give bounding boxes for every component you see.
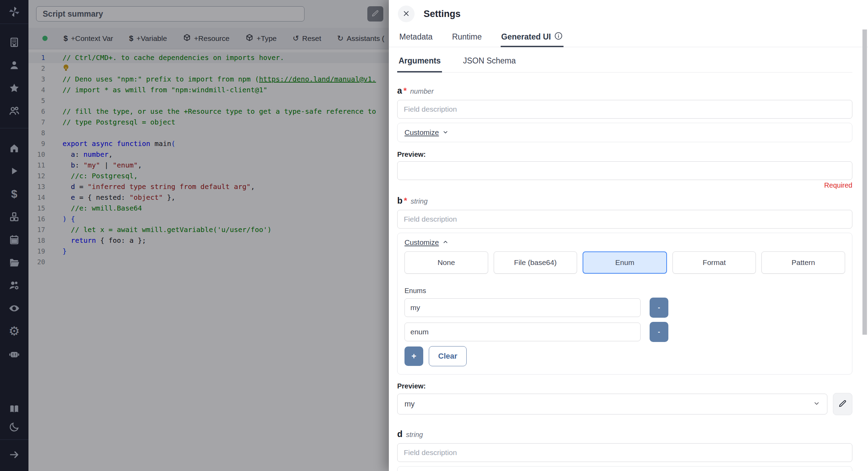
field-a-required-asterisk: *	[403, 86, 407, 96]
chevron-down-icon	[813, 400, 820, 408]
close-button[interactable]	[398, 6, 415, 22]
close-icon	[403, 10, 410, 18]
enum-rows: --	[404, 298, 845, 342]
chevron-down-icon	[442, 129, 449, 136]
subtab-json-schema[interactable]: JSON Schema	[461, 56, 517, 72]
remove-enum-button[interactable]: -	[650, 322, 668, 342]
field-b-type: string	[411, 197, 428, 205]
field-b-customize-box: Customize NoneFile (base64)EnumFormatPat…	[397, 233, 852, 375]
settings-tabs: MetadataRuntimeGenerated UI	[389, 28, 868, 47]
field-a-customize-toggle[interactable]: Customize	[404, 128, 449, 137]
field-b-preview-select[interactable]: my	[397, 394, 827, 414]
tab-generated-ui[interactable]: Generated UI	[501, 28, 564, 47]
drawer-backdrop[interactable]	[0, 0, 389, 471]
customize-option-format[interactable]: Format	[673, 251, 756, 274]
tab-runtime[interactable]: Runtime	[451, 28, 483, 47]
field-a-type: number	[410, 87, 434, 95]
field-a-required-error: Required	[397, 181, 852, 189]
customize-option-file-base64[interactable]: File (base64)	[494, 251, 577, 274]
field-a-customize-box: Customize	[397, 123, 852, 142]
field-a-description-input[interactable]	[397, 100, 852, 119]
settings-content: ArgumentsJSON Schema a * number Customiz…	[389, 47, 868, 471]
remove-enum-button[interactable]: -	[650, 298, 668, 318]
field-b-preview-row: my	[397, 393, 852, 415]
enums-label: Enums	[404, 287, 845, 295]
chevron-up-icon	[442, 239, 449, 246]
field-b-description-input[interactable]	[397, 210, 852, 229]
windmill-script-editor: $ ⚙	[0, 0, 868, 471]
field-b-preview-label: Preview:	[397, 382, 852, 390]
customize-option-enum[interactable]: Enum	[583, 251, 667, 274]
field-b-required-asterisk: *	[404, 196, 407, 206]
field-d-type: string	[406, 431, 423, 439]
field-a-name: a	[397, 86, 402, 96]
panel-scrollbar[interactable]	[862, 29, 867, 335]
field-a-preview-label: Preview:	[397, 151, 852, 159]
generated-ui-subtabs: ArgumentsJSON Schema	[397, 47, 852, 72]
clear-enums-button[interactable]: Clear	[429, 346, 467, 366]
enum-row: -	[404, 322, 845, 342]
enum-row: -	[404, 298, 845, 318]
field-d-customize-box: Customize	[397, 466, 852, 471]
field-d-description-input[interactable]	[397, 443, 852, 462]
field-b-label: b * string	[397, 196, 852, 206]
field-b-customize-options: NoneFile (base64)EnumFormatPattern	[404, 251, 845, 274]
add-enum-button[interactable]: +	[404, 346, 423, 366]
settings-title: Settings	[424, 9, 461, 19]
tab-metadata[interactable]: Metadata	[399, 28, 433, 47]
field-b-customize-toggle[interactable]: Customize	[404, 238, 449, 247]
field-b-name: b	[397, 196, 402, 206]
settings-drawer: Settings MetadataRuntimeGenerated UI Arg…	[389, 0, 868, 471]
edit-preview-button[interactable]	[833, 393, 852, 415]
field-d-name: d	[397, 429, 402, 439]
settings-header: Settings	[389, 0, 868, 28]
enum-value-input[interactable]	[404, 323, 641, 341]
field-a-label: a * number	[397, 86, 852, 96]
field-d-label: d string	[397, 429, 852, 439]
enum-value-input[interactable]	[404, 298, 641, 317]
customize-option-none[interactable]: None	[404, 251, 488, 274]
enum-actions: + Clear	[404, 346, 845, 369]
customize-option-pattern[interactable]: Pattern	[761, 251, 845, 274]
subtab-arguments[interactable]: Arguments	[397, 56, 442, 72]
info-icon[interactable]	[554, 32, 563, 42]
pencil-icon	[838, 400, 847, 409]
field-a-preview-input[interactable]	[397, 161, 852, 180]
